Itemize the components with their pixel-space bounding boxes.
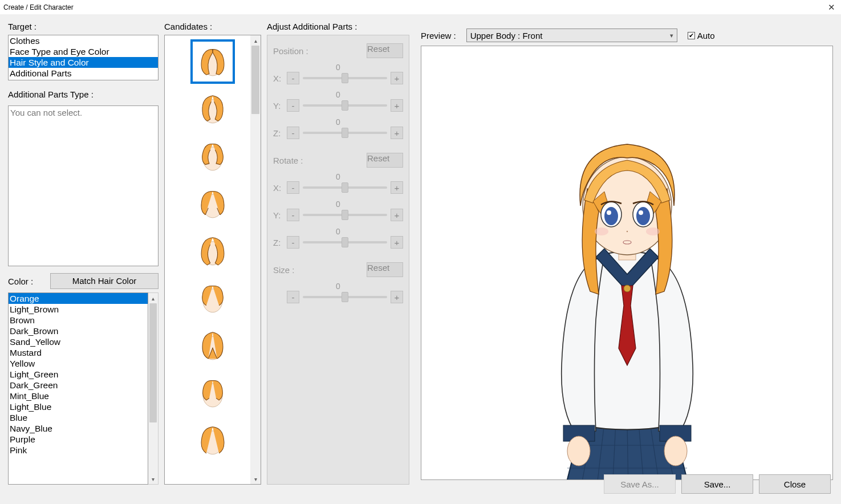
rotate-label: Rotate : (273, 156, 303, 165)
candidate-item[interactable] (190, 418, 235, 462)
target-listbox[interactable]: Clothes Face Type and Eye Color Hair Sty… (8, 35, 159, 80)
rotate-y-plus[interactable]: + (391, 209, 403, 221)
titlebar: Create / Edit Character ✕ (0, 0, 841, 14)
position-z-minus[interactable]: - (287, 127, 299, 139)
svg-point-29 (604, 207, 618, 225)
size-plus[interactable]: + (391, 291, 403, 303)
rotate-y-slider[interactable] (303, 214, 387, 216)
color-scrollbar[interactable]: ▴ ▾ (148, 292, 159, 485)
size-slider[interactable] (303, 296, 387, 298)
match-hair-color-button[interactable]: Match Hair Color (50, 273, 159, 289)
color-item[interactable]: Brown (9, 315, 148, 326)
scroll-up-icon[interactable]: ▴ (250, 35, 261, 46)
candidate-item[interactable] (190, 323, 235, 368)
color-item[interactable]: Mustard (9, 347, 148, 358)
position-y-value: 0 (273, 90, 403, 99)
preview-label: Preview : (421, 31, 456, 40)
target-item[interactable]: Face Type and Eye Color (9, 46, 158, 57)
rotate-z-value: 0 (273, 227, 403, 236)
target-item[interactable]: Additional Parts (9, 68, 158, 79)
position-y-slider[interactable] (303, 104, 387, 107)
color-item[interactable]: Yellow (9, 358, 148, 369)
position-reset-button[interactable]: Reset (367, 43, 403, 58)
position-x-slider[interactable] (303, 77, 387, 79)
candidate-item[interactable] (190, 229, 235, 273)
scroll-up-icon[interactable]: ▴ (148, 293, 158, 303)
svg-point-34 (626, 231, 627, 232)
preview-select[interactable]: Upper Body : Front ▾ (466, 29, 677, 42)
color-item[interactable]: Light_Brown (9, 304, 148, 315)
color-label: Color : (8, 277, 33, 286)
rotate-x-value: 0 (273, 172, 403, 181)
svg-point-23 (664, 436, 687, 466)
candidate-item[interactable] (190, 87, 235, 131)
candidate-item[interactable] (190, 134, 235, 178)
svg-point-24 (624, 285, 631, 292)
rotate-x-slider[interactable] (303, 186, 387, 189)
size-minus[interactable]: - (287, 291, 299, 303)
scroll-thumb[interactable] (251, 46, 259, 114)
rotate-y-minus[interactable]: - (287, 209, 299, 221)
rotate-reset-button[interactable]: Reset (367, 153, 403, 168)
position-x-value: 0 (273, 63, 403, 72)
rotate-y-value: 0 (273, 200, 403, 209)
target-label: Target : (8, 22, 159, 31)
position-x-minus[interactable]: - (287, 72, 299, 84)
candidates-listbox[interactable]: ▴ ▾ (164, 35, 261, 485)
window-title: Create / Edit Character (3, 3, 74, 11)
candidates-scrollbar[interactable]: ▴ ▾ (250, 35, 261, 484)
color-item[interactable]: Sand_Yellow (9, 336, 148, 347)
candidate-item[interactable] (190, 371, 235, 415)
rotate-x-plus[interactable]: + (391, 181, 403, 194)
color-item[interactable]: Blue (9, 412, 148, 423)
color-item[interactable]: Mint_Blue (9, 391, 148, 401)
position-z-slider[interactable] (303, 132, 387, 134)
size-value: 0 (273, 282, 403, 291)
chevron-down-icon: ▾ (670, 32, 673, 39)
color-item[interactable]: Navy_Blue (9, 423, 148, 434)
candidate-item[interactable] (190, 39, 235, 84)
position-y-minus[interactable]: - (287, 99, 299, 112)
size-reset-button[interactable]: Reset (367, 262, 403, 277)
save-as-button[interactable]: Save As... (604, 474, 676, 494)
preview-select-value: Upper Body : Front (470, 31, 543, 40)
adjust-panel: Position : Reset 0 X: - + 0 Y: - + 0 Z: … (267, 35, 409, 485)
rotate-x-minus[interactable]: - (287, 181, 299, 194)
candidate-item[interactable] (190, 181, 235, 226)
additional-parts-type-box: You can not select. (8, 105, 159, 266)
rotate-z-slider[interactable] (303, 241, 387, 243)
position-y-plus[interactable]: + (391, 99, 403, 112)
scroll-down-icon[interactable]: ▾ (148, 474, 158, 484)
candidates-label: Candidates : (164, 22, 261, 31)
adjust-label: Adjust Additional Parts : (267, 22, 409, 31)
svg-point-22 (567, 436, 590, 466)
close-icon[interactable]: ✕ (828, 2, 835, 13)
save-button[interactable]: Save... (681, 474, 753, 494)
preview-viewport[interactable] (421, 46, 833, 480)
position-z-plus[interactable]: + (391, 127, 403, 139)
svg-point-30 (636, 207, 650, 225)
color-item[interactable]: Light_Green (9, 369, 148, 380)
scroll-thumb[interactable] (149, 303, 157, 422)
color-item[interactable]: Light_Blue (9, 401, 148, 412)
rotate-z-plus[interactable]: + (391, 236, 403, 249)
color-listbox[interactable]: Orange Light_Brown Brown Dark_Brown Sand… (8, 292, 148, 485)
color-item[interactable]: Orange (9, 293, 148, 304)
svg-point-36 (646, 227, 660, 235)
rotate-z-minus[interactable]: - (287, 236, 299, 249)
position-label: Position : (273, 46, 308, 56)
position-x-plus[interactable]: + (391, 72, 403, 84)
target-item[interactable]: Clothes (9, 35, 158, 46)
checkbox-icon: ✔ (688, 32, 695, 39)
color-item[interactable]: Pink (9, 445, 148, 456)
target-item[interactable]: Hair Style and Color (9, 57, 158, 68)
color-item[interactable]: Purple (9, 434, 148, 445)
color-item[interactable]: Dark_Green (9, 380, 148, 391)
color-item[interactable]: Dark_Brown (9, 326, 148, 336)
size-label: Size : (273, 265, 295, 275)
auto-checkbox[interactable]: ✔ Auto (688, 31, 715, 40)
scroll-down-icon[interactable]: ▾ (250, 474, 261, 484)
candidate-item[interactable] (190, 276, 235, 320)
svg-point-31 (607, 210, 611, 215)
close-button[interactable]: Close (759, 474, 831, 494)
